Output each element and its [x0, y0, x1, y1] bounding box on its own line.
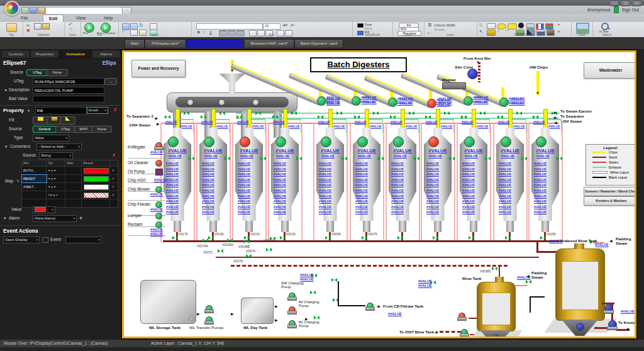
map-op-cell[interactable]: <= x < [47, 191, 65, 199]
polyline-tool-icon[interactable]: ⌐˥ [506, 28, 509, 32]
map-row[interactable]: READY= x =✗ [22, 174, 118, 182]
valve-icon[interactable] [272, 115, 278, 120]
transfer-pump-icon[interactable] [204, 316, 214, 325]
property-type-select[interactable]: brush [87, 107, 108, 114]
map-result-cell[interactable] [82, 175, 110, 182]
map-max-cell[interactable] [65, 183, 82, 191]
cb-filtrate-pump-icon[interactable] [365, 303, 375, 311]
valve-icon[interactable] [246, 254, 252, 259]
panel-tab-alarms[interactable]: Alarms [92, 50, 121, 58]
digester-status-indicator[interactable] [357, 136, 368, 147]
bad-value-input[interactable] [33, 96, 104, 103]
fill-gradient-swatch-button[interactable] [47, 116, 62, 125]
new-icon[interactable] [21, 7, 29, 14]
valve-icon[interactable] [497, 115, 503, 120]
knotters-washers-button[interactable]: Knotters & Washers [584, 196, 636, 206]
valve-icon[interactable] [203, 238, 208, 243]
bottom-valve-icon[interactable] [208, 236, 214, 240]
save-icon[interactable] [30, 7, 37, 14]
arrows-dropdown[interactable]: Arrows [434, 28, 445, 31]
map-max-cell[interactable] [65, 175, 82, 182]
valve-icon[interactable] [557, 157, 562, 161]
doc-tab-4[interactable]: Batch Digesters .xaml [294, 39, 343, 48]
utag-input[interactable]: RUM.PRp1.M36C3F2B [33, 78, 104, 85]
event-action-select[interactable]: Open Display [3, 237, 40, 243]
digester-6[interactable]: #VALUE#VALUE#VALUE#VALUE#VALUE#VALUE#VAL… [349, 109, 384, 257]
map-min-cell[interactable]: INBET... [22, 183, 47, 191]
tag-icon[interactable] [6, 23, 17, 32]
bottom-valve-icon[interactable] [397, 236, 403, 240]
valve-icon[interactable] [449, 157, 455, 161]
source-utag-button[interactable]: UTag [26, 69, 48, 76]
value-color-select[interactable] [33, 206, 55, 213]
chip-hopper[interactable] [219, 74, 245, 95]
app-logo-icon[interactable] [4, 1, 19, 16]
bottom-valve-icon[interactable] [172, 236, 178, 240]
cut-icon[interactable]: ✂ [26, 23, 30, 28]
alarm-select[interactable]: (New Alarm) [33, 215, 77, 222]
transfer-pump-icon[interactable] [204, 305, 214, 313]
delete-icon[interactable]: ✖ [26, 28, 30, 33]
digester-status-indicator[interactable] [501, 136, 511, 147]
valve-icon[interactable] [266, 248, 272, 252]
minimize-button[interactable]: ─ [609, 1, 619, 6]
map-row[interactable]: <= x <✗ [22, 191, 118, 199]
valve-icon[interactable] [227, 238, 233, 243]
converters-expander[interactable]: ▾ [5, 144, 7, 149]
knifegate-icon[interactable] [154, 142, 164, 150]
valve-icon[interactable] [492, 267, 497, 271]
valve-icon[interactable] [165, 115, 170, 120]
status-indicator[interactable] [499, 98, 509, 107]
column-width-dropdown[interactable]: Column Width [434, 23, 455, 27]
valve-icon[interactable] [243, 240, 249, 244]
rotate-icon[interactable]: ↻ [139, 23, 143, 28]
digester-4[interactable]: #VALUE#VALUE#VALUE#VALUE#VALUE#VALUE#VAL… [267, 109, 303, 257]
charging-pump-2-icon[interactable] [287, 306, 297, 315]
chart-tool-icon[interactable] [545, 23, 553, 30]
ribbon-tab-view[interactable]: View [70, 14, 91, 22]
redo-icon[interactable]: ↷ [69, 27, 73, 33]
grow-font-icon[interactable]: A˄ [283, 23, 287, 27]
map-min-cell[interactable] [22, 191, 47, 199]
bottom-valve-icon[interactable] [540, 236, 546, 240]
trend-tool-icon[interactable] [536, 23, 544, 30]
valve-icon[interactable] [260, 157, 266, 161]
converters-select[interactable]: --Select to Add-- [36, 143, 82, 150]
map-row[interactable]: BOTH...= x =✗ [22, 166, 118, 174]
valve-icon[interactable] [189, 157, 194, 161]
property-delete-icon[interactable]: ✗ [113, 108, 117, 113]
valve-icon[interactable] [409, 111, 414, 116]
digester-status-indicator[interactable] [428, 136, 439, 147]
valve-icon[interactable] [318, 115, 323, 120]
digester-2[interactable]: #VALUE#VALUE#VALUE#VALUE#VALUE#VALUE#VAL… [196, 109, 231, 257]
bottom-valve-icon[interactable] [280, 236, 286, 240]
maximize-button[interactable]: ▢ [621, 1, 630, 6]
valve-icon[interactable] [255, 111, 261, 116]
valve-icon[interactable] [225, 157, 230, 161]
event-checkbox[interactable] [43, 237, 48, 243]
copy-icon[interactable] [34, 23, 42, 30]
digester-10[interactable]: #VALUE#VALUE#VALUE#VALUE#VALUE#VALUE#VAL… [492, 109, 528, 257]
map-op-cell[interactable]: = x = [47, 167, 65, 174]
status-indicator[interactable] [576, 323, 584, 331]
fill-source-default-button[interactable]: Default [33, 126, 57, 133]
doc-tab-3[interactable]: Bleached HWK .xaml* [244, 39, 294, 48]
bottom-valve-icon[interactable] [433, 236, 438, 240]
valve-icon[interactable] [341, 157, 347, 161]
digester-status-indicator[interactable] [536, 136, 547, 147]
ribbon-tab-help[interactable]: Help [98, 14, 118, 22]
wl-storage-tank[interactable] [140, 280, 196, 324]
map-result-cell[interactable] [82, 183, 110, 191]
valve-icon[interactable] [310, 291, 316, 295]
event-select[interactable] [65, 237, 102, 243]
digester-status-indicator[interactable] [275, 136, 286, 147]
valve-icon[interactable] [331, 278, 337, 282]
valve-icon[interactable] [414, 157, 419, 161]
map-max-cell[interactable] [65, 167, 82, 174]
device-status-indicator[interactable] [155, 160, 162, 167]
valve-icon[interactable] [533, 115, 538, 120]
digester-status-indicator[interactable] [464, 136, 475, 147]
digester-status-indicator[interactable] [204, 136, 214, 147]
map-result-cell[interactable] [82, 191, 110, 199]
image-tool-icon[interactable] [526, 23, 535, 30]
